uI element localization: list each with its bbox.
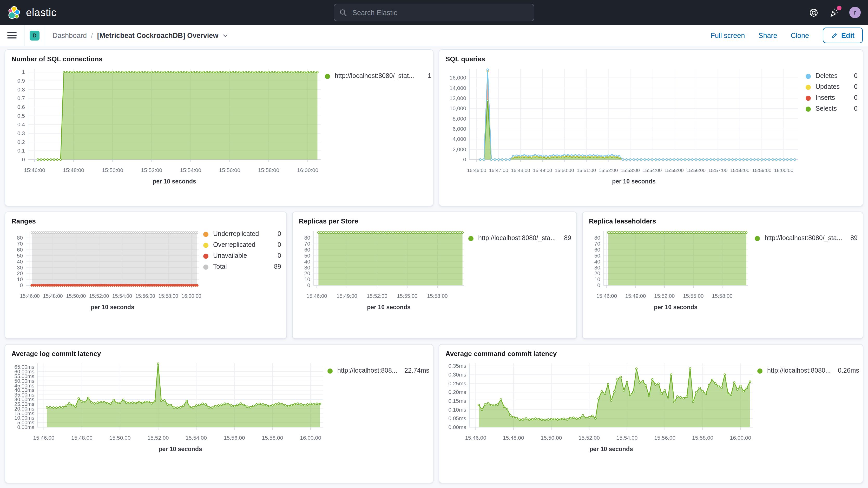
notification-dot — [837, 5, 841, 10]
legend-series-value: 89 — [274, 264, 281, 270]
global-search[interactable] — [334, 4, 534, 21]
panel-title: Replicas per Store — [292, 212, 577, 226]
legend-series-dot — [806, 95, 811, 100]
chevron-down-icon[interactable] — [222, 32, 229, 39]
legend-series-value: 22.74ms — [404, 367, 429, 374]
full-screen-button[interactable]: Full screen — [711, 31, 745, 39]
svg-text:20: 20 — [17, 270, 23, 276]
svg-text:15:54:00: 15:54:00 — [643, 167, 662, 173]
svg-text:15:52:00: 15:52:00 — [579, 435, 600, 441]
svg-text:15:54:00: 15:54:00 — [112, 293, 132, 299]
chart-replicas-per-store[interactable]: 0102030405060708015:46:0015:49:0015:52:0… — [298, 226, 468, 317]
svg-text:0.10ms: 0.10ms — [448, 407, 466, 413]
svg-text:10,000: 10,000 — [450, 105, 466, 111]
chart-legend: http://localhost:808...22.74ms — [328, 367, 429, 374]
legend-series-label: http://localhost:8080... — [767, 367, 833, 374]
chart-ranges[interactable]: 0102030405060708015:46:0015:48:0015:50:0… — [10, 226, 203, 317]
svg-text:60: 60 — [17, 247, 23, 252]
svg-text:15:55:00: 15:55:00 — [664, 167, 684, 173]
svg-text:0.8: 0.8 — [18, 87, 25, 92]
legend-item[interactable]: http://localhost:8080/_sta...89 — [755, 235, 858, 242]
chart-avg-command-commit-latency[interactable]: 0.00ms0.05ms0.10ms0.15ms0.20ms0.25ms0.30… — [444, 359, 757, 459]
legend-item[interactable]: Underreplicated0 — [203, 231, 281, 238]
svg-text:per 10 seconds: per 10 seconds — [654, 304, 697, 310]
legend-item[interactable]: Deletes0 — [806, 73, 858, 80]
dashboard-badge[interactable]: D — [30, 30, 39, 40]
panel-sql-connections: Number of SQL connections 00.10.20.30.40… — [5, 49, 433, 206]
svg-text:0.00ms: 0.00ms — [448, 424, 466, 430]
svg-text:15:58:00: 15:58:00 — [262, 435, 283, 441]
menu-button[interactable] — [5, 29, 19, 42]
svg-text:15:58:00: 15:58:00 — [427, 293, 447, 299]
legend-series-dot — [325, 73, 330, 79]
svg-text:0.1: 0.1 — [18, 148, 25, 154]
svg-text:0: 0 — [20, 282, 23, 288]
panel-title: Average command commit latency — [439, 344, 863, 359]
breadcrumb-dashboard[interactable]: Dashboard — [53, 31, 87, 39]
legend-item[interactable]: Inserts0 — [806, 95, 858, 101]
chart-avg-log-commit-latency[interactable]: 0.00ms5.00ms10.00ms15.00ms20.00ms25.00ms… — [10, 359, 328, 459]
legend-item[interactable]: http://localhost:8080/_stat...1 — [325, 73, 431, 80]
svg-text:per 10 seconds: per 10 seconds — [91, 304, 134, 310]
svg-text:14,000: 14,000 — [450, 85, 466, 91]
svg-text:16:00:00: 16:00:00 — [774, 167, 794, 173]
panel-avg-command-commit-latency: Average command commit latency 0.00ms0.0… — [439, 344, 863, 483]
chart-legend: http://localhost:8080...0.26ms — [757, 367, 859, 374]
legend-series-dot — [806, 85, 811, 90]
chart-canvas: 0102030405060708015:46:0015:49:0015:52:0… — [588, 226, 752, 315]
legend-item[interactable]: Total89 — [203, 264, 281, 270]
svg-text:50: 50 — [594, 252, 600, 258]
svg-text:65.00ms: 65.00ms — [14, 364, 34, 370]
svg-text:15:49:00: 15:49:00 — [625, 293, 646, 299]
share-button[interactable]: Share — [758, 31, 777, 39]
svg-text:6,000: 6,000 — [453, 126, 466, 132]
help-button[interactable] — [809, 7, 818, 18]
edit-button[interactable]: Edit — [823, 28, 863, 43]
svg-text:15:56:00: 15:56:00 — [686, 167, 706, 173]
svg-text:16,000: 16,000 — [450, 74, 466, 81]
legend-series-value: 89 — [564, 235, 571, 242]
svg-text:0.6: 0.6 — [18, 104, 25, 110]
svg-text:per 10 seconds: per 10 seconds — [612, 178, 655, 185]
svg-text:15:46:00: 15:46:00 — [596, 293, 617, 299]
chart-legend: http://localhost:8080/_stat...1 — [325, 73, 431, 80]
page-title: [Metricbeat CockroachDB] Overview — [97, 31, 219, 39]
avatar[interactable]: r — [849, 7, 861, 18]
svg-text:1: 1 — [22, 69, 25, 75]
svg-text:15:50:00: 15:50:00 — [66, 293, 86, 299]
legend-item[interactable]: http://localhost:8080/_sta...89 — [468, 235, 571, 242]
svg-text:15:52:00: 15:52:00 — [367, 293, 387, 299]
brand-text: elastic — [26, 6, 57, 19]
chart-sql-connections[interactable]: 00.10.20.30.40.50.60.70.80.9115:46:0015:… — [10, 64, 325, 191]
chart-replica-leaseholders[interactable]: 0102030405060708015:46:0015:49:0015:52:0… — [588, 226, 752, 317]
legend-item[interactable]: Selects0 — [806, 105, 858, 112]
svg-text:15:52:00: 15:52:00 — [148, 435, 169, 441]
svg-text:15:52:00: 15:52:00 — [654, 293, 675, 299]
divider — [45, 25, 45, 46]
panel-ranges: Ranges 0102030405060708015:46:0015:48:00… — [5, 212, 287, 339]
legend-item[interactable]: Overreplicated0 — [203, 242, 281, 248]
svg-text:15:56:00: 15:56:00 — [135, 293, 155, 299]
search-icon — [339, 8, 347, 17]
svg-text:15:54:00: 15:54:00 — [616, 435, 638, 441]
search-input[interactable] — [351, 8, 529, 17]
svg-text:15:50:00: 15:50:00 — [555, 167, 574, 173]
chart-sql-queries[interactable]: 02,0004,0006,0008,00010,00012,00014,0001… — [444, 64, 803, 191]
clone-button[interactable]: Clone — [790, 31, 809, 39]
legend-series-label: Total — [213, 264, 269, 270]
legend-item[interactable]: Updates0 — [806, 84, 858, 90]
svg-text:0.35ms: 0.35ms — [448, 363, 466, 369]
svg-text:15:48:00: 15:48:00 — [511, 167, 530, 173]
elastic-brand[interactable]: elastic — [7, 5, 57, 20]
news-button[interactable] — [829, 7, 839, 18]
legend-item[interactable]: http://localhost:8080...0.26ms — [757, 367, 859, 374]
legend-series-value: 0 — [854, 73, 858, 80]
svg-text:16:00:00: 16:00:00 — [730, 435, 751, 441]
panel-title: Ranges — [5, 212, 286, 226]
legend-item[interactable]: Unavailable0 — [203, 252, 281, 259]
svg-text:15:48:00: 15:48:00 — [43, 293, 63, 299]
legend-series-value: 0 — [854, 84, 858, 90]
svg-text:15:54:00: 15:54:00 — [180, 167, 202, 173]
legend-series-dot — [468, 236, 473, 241]
legend-item[interactable]: http://localhost:808...22.74ms — [328, 367, 429, 374]
